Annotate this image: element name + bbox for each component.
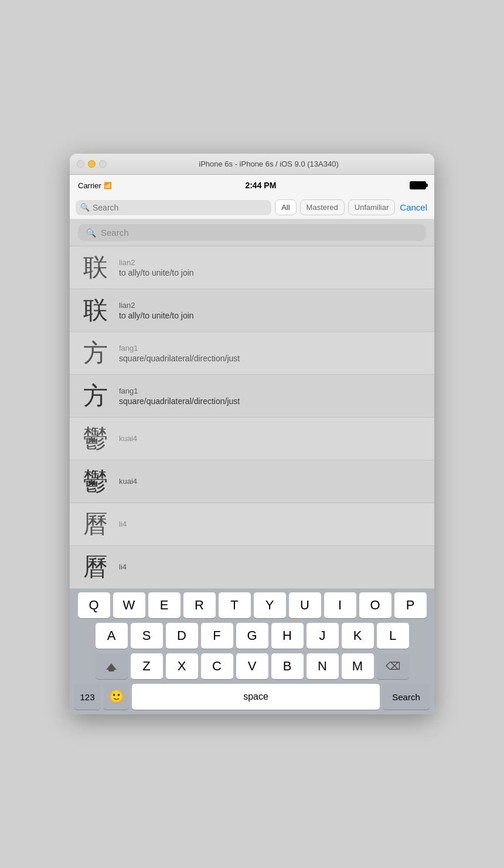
key-r[interactable]: R [183, 592, 216, 618]
word-pinyin: li4 [119, 520, 425, 528]
key-g[interactable]: G [236, 623, 268, 649]
emoji-key[interactable]: 🙂 [103, 684, 129, 710]
window-title: iPhone 6s - iPhone 6s / iOS 9.0 (13A340) [110, 160, 427, 168]
key-u[interactable]: U [289, 592, 321, 618]
keyboard-row-3: Z X C V B N M ⌫ [72, 653, 432, 679]
key-q[interactable]: Q [78, 592, 110, 618]
word-pinyin: fang1 [119, 386, 425, 395]
word-definition: square/quadrilateral/direction/just [119, 354, 425, 363]
battery-icon [410, 181, 426, 189]
keyboard-row-bottom: 123 🙂 space Search [72, 684, 432, 710]
dropdown-search-bar[interactable]: 🔍 Search [78, 224, 426, 241]
chinese-character: 曆 [79, 551, 112, 584]
key-w[interactable]: W [113, 592, 145, 618]
list-item[interactable]: 联 lian2 to ally/to unite/to join [70, 289, 434, 332]
search-key[interactable]: Search [383, 684, 430, 710]
search-tabs-bar: 🔍 All Mastered Unfamiliar Cancel [70, 196, 434, 219]
word-info: kuai4 [119, 477, 425, 487]
list-item[interactable]: 鬱 kuai4 [70, 460, 434, 503]
chinese-character: 联 [79, 251, 112, 284]
word-info: fang1 square/quadrilateral/direction/jus… [119, 344, 425, 363]
delete-key[interactable]: ⌫ [377, 653, 409, 679]
word-info: li4 [119, 562, 425, 572]
key-z[interactable]: Z [131, 653, 163, 679]
key-h[interactable]: H [271, 623, 304, 649]
key-m[interactable]: M [342, 653, 374, 679]
key-j[interactable]: J [307, 623, 339, 649]
keyboard-row-1: Q W E R T Y U I O P [72, 592, 432, 618]
word-pinyin: kuai4 [119, 434, 425, 443]
maximize-button[interactable] [99, 160, 107, 168]
key-t[interactable]: T [219, 592, 251, 618]
chinese-character: 联 [79, 294, 112, 327]
chinese-character: 曆 [79, 508, 112, 541]
word-pinyin: lian2 [119, 301, 425, 310]
ios-status-bar: Carrier 📶 2:44 PM [70, 175, 434, 196]
dropdown-search-area: 🔍 Search [70, 219, 434, 246]
shift-key[interactable] [96, 653, 128, 679]
delete-icon: ⌫ [386, 660, 400, 673]
list-item[interactable]: 方 fang1 square/quadrilateral/direction/j… [70, 332, 434, 375]
word-pinyin: fang1 [119, 344, 425, 352]
key-o[interactable]: O [359, 592, 391, 618]
list-item[interactable]: 联 lian2 to ally/to unite/to join [70, 246, 434, 289]
num-key[interactable]: 123 [74, 684, 100, 710]
dropdown-search-icon: 🔍 [86, 228, 96, 238]
list-item[interactable]: 曆 li4 [70, 546, 434, 589]
mac-titlebar: iPhone 6s - iPhone 6s / iOS 9.0 (13A340) [70, 154, 434, 175]
chinese-character: 鬱 [79, 465, 112, 498]
key-e[interactable]: E [148, 592, 181, 618]
list-item[interactable]: 方 fang1 square/quadrilateral/direction/j… [70, 375, 434, 418]
key-i[interactable]: I [324, 592, 356, 618]
word-pinyin: li4 [119, 562, 425, 571]
key-f[interactable]: F [201, 623, 233, 649]
key-k[interactable]: K [342, 623, 374, 649]
tab-unfamiliar[interactable]: Unfamiliar [348, 199, 396, 215]
list-item[interactable]: 曆 li4 [70, 503, 434, 546]
word-info: lian2 to ally/to unite/to join [119, 301, 425, 320]
word-definition: to ally/to unite/to join [119, 268, 425, 277]
word-info: kuai4 [119, 434, 425, 444]
chinese-character: 鬱 [79, 422, 112, 455]
search-input[interactable] [93, 203, 267, 212]
key-p[interactable]: P [394, 592, 427, 618]
word-definition: to ally/to unite/to join [119, 311, 425, 320]
wifi-icon: 📶 [104, 182, 112, 189]
list-item[interactable]: 鬱 kuai4 [70, 418, 434, 460]
keyboard-row-2: A S D F G H J K L [72, 623, 432, 649]
word-info: li4 [119, 520, 425, 530]
keyboard: Q W E R T Y U I O P A S D F G H J K L [70, 589, 434, 714]
word-definition: square/quadrilateral/direction/just [119, 396, 425, 406]
word-info: fang1 square/quadrilateral/direction/jus… [119, 386, 425, 406]
key-a[interactable]: A [96, 623, 128, 649]
dropdown-search-placeholder: Search [101, 228, 129, 238]
search-icon: 🔍 [80, 203, 90, 212]
cancel-button[interactable]: Cancel [399, 202, 428, 212]
tab-all[interactable]: All [275, 199, 296, 215]
mac-window: iPhone 6s - iPhone 6s / iOS 9.0 (13A340)… [70, 154, 434, 714]
minimize-button[interactable] [88, 160, 96, 168]
word-list: 联 lian2 to ally/to unite/to join 联 lian2… [70, 246, 434, 589]
status-carrier: Carrier 📶 [78, 181, 112, 190]
word-info: lian2 to ally/to unite/to join [119, 258, 425, 277]
space-key[interactable]: space [132, 684, 380, 710]
key-d[interactable]: D [166, 623, 198, 649]
key-s[interactable]: S [131, 623, 163, 649]
word-pinyin: kuai4 [119, 477, 425, 486]
key-y[interactable]: Y [254, 592, 286, 618]
shift-icon [106, 663, 117, 670]
close-button[interactable] [77, 160, 84, 168]
key-v[interactable]: V [236, 653, 268, 679]
tab-mastered[interactable]: Mastered [300, 199, 345, 215]
key-n[interactable]: N [307, 653, 339, 679]
chinese-character: 方 [79, 379, 112, 412]
key-c[interactable]: C [201, 653, 233, 679]
key-l[interactable]: L [377, 623, 409, 649]
key-b[interactable]: B [271, 653, 304, 679]
key-x[interactable]: X [166, 653, 198, 679]
word-pinyin: lian2 [119, 258, 425, 267]
search-bar[interactable]: 🔍 [76, 200, 271, 215]
chinese-character: 方 [79, 337, 112, 369]
status-time: 2:44 PM [245, 181, 276, 190]
